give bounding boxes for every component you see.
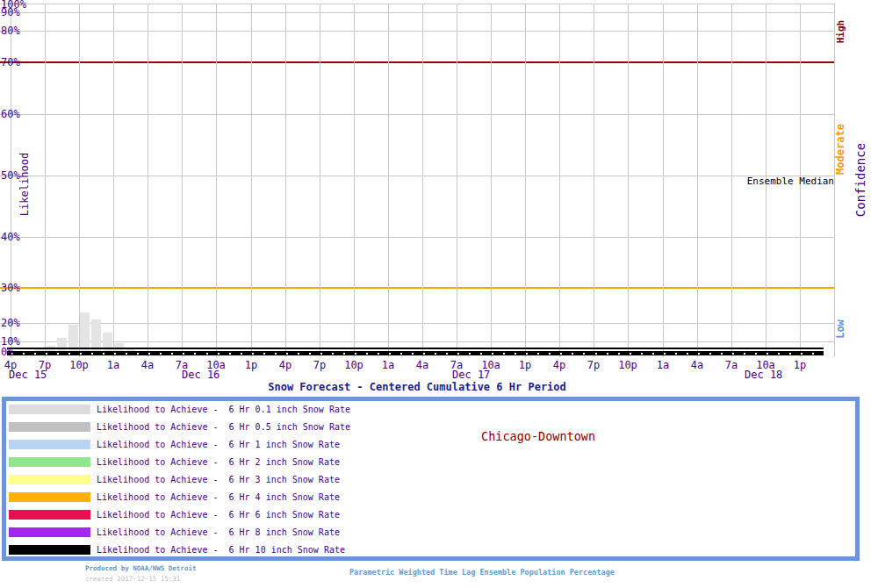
legend-label: Likelihood to Achieve - 6 Hr 8 inch Snow… [97, 527, 340, 538]
legend-label: Likelihood to Achieve - 6 Hr 2 inch Snow… [97, 456, 340, 468]
gridline-vertical [216, 4, 217, 357]
x-tick-label: 1a [657, 360, 669, 371]
x-tick-label: 7p [587, 360, 600, 371]
y-tick-label: 90% [1, 7, 20, 18]
date-label: Dec 17 [452, 369, 490, 381]
legend-item: Likelihood to Achieve - 6 Hr 0.1 inch Sn… [6, 404, 533, 421]
legend-label: Likelihood to Achieve - 6 Hr 1 inch Snow… [97, 439, 340, 450]
gridline-horizontal [0, 341, 834, 342]
x-axis-ticks [7, 353, 824, 355]
forecast-plot: 100%90%80%70%60%50%40%30%20%10%0%4p7p10p… [0, 0, 878, 379]
legend-swatch [9, 510, 90, 520]
gridline-vertical [388, 4, 389, 357]
y-tick-label: 80% [1, 25, 20, 36]
date-label: Dec 18 [745, 369, 782, 381]
x-tick-label: 10p [618, 360, 637, 371]
x-tick-label: 4a [141, 360, 154, 371]
footer-method-label: Parametric Weighted Time Lag Ensemble Po… [349, 568, 615, 577]
gridline-vertical [697, 4, 698, 357]
gridline-horizontal [0, 176, 834, 176]
confidence-band-label: Moderate [834, 124, 846, 175]
legend-swatch [9, 440, 90, 449]
y-tick-label: 60% [1, 109, 20, 119]
legend-item: Likelihood to Achieve - 6 Hr 2 inch Snow… [6, 456, 533, 474]
gridline-vertical [148, 4, 148, 357]
x-tick-label: 1a [382, 360, 394, 371]
y-tick-label: 0% [1, 347, 13, 357]
gridline-vertical [594, 4, 594, 357]
snow-forecast-page: 100%90%80%70%60%50%40%30%20%10%0%4p7p10p… [0, 0, 878, 588]
x-tick-label: 4a [691, 360, 703, 371]
legend-item: Likelihood to Achieve - 6 Hr 8 inch Snow… [6, 527, 533, 544]
legend-item: Likelihood to Achieve - 6 Hr 0.5 inch Sn… [6, 421, 533, 439]
ensemble-median-line [7, 348, 824, 349]
legend-label: Likelihood to Achieve - 6 Hr 4 inch Snow… [97, 491, 340, 503]
gridline-vertical [663, 4, 664, 357]
y-tick-label: 50% [1, 170, 20, 181]
legend-label: Likelihood to Achieve - 6 Hr 10 inch Sno… [97, 544, 345, 556]
gridline-vertical [79, 4, 80, 357]
gridline-horizontal [0, 323, 834, 324]
legend-swatch [9, 545, 90, 555]
gridline-vertical [731, 4, 732, 357]
legend-swatch [9, 422, 90, 432]
x-tick-label: 1p [519, 360, 531, 371]
legend-label: Likelihood to Achieve - 6 Hr 3 inch Snow… [97, 474, 340, 485]
x-tick-label: 10p [344, 360, 363, 371]
gridline-vertical [354, 4, 355, 357]
gridline-horizontal [0, 31, 834, 32]
gridline-vertical [491, 4, 492, 357]
gridline-vertical [525, 4, 526, 357]
legend-item: Likelihood to Achieve - 6 Hr 10 inch Sno… [6, 544, 533, 562]
bar [91, 319, 101, 351]
gridline-horizontal [0, 4, 834, 4]
x-tick-label: 7p [313, 360, 326, 371]
x-tick-label: 7a [725, 360, 738, 371]
legend-item: Likelihood to Achieve - 6 Hr 6 inch Snow… [6, 509, 533, 527]
date-label: Dec 16 [182, 369, 220, 381]
y-tick-label: 70% [1, 57, 20, 68]
legend-swatch [9, 527, 90, 537]
date-label: Dec 15 [9, 369, 47, 381]
footer-created-timestamp: created 2017-12-15 15:31 [85, 575, 180, 584]
reference-line [0, 287, 834, 289]
gridline-vertical [834, 4, 835, 357]
y-tick-label: 40% [1, 232, 20, 242]
x-tick-label: 1p [794, 360, 806, 371]
footer-produced-by: Produced by NOAA/NWS Detroit [85, 564, 196, 573]
gridline-vertical [113, 4, 114, 357]
y-tick-label: 30% [1, 283, 20, 293]
y-axis-label: Likelihood [18, 153, 31, 216]
legend-label: Likelihood to Achieve - 6 Hr 0.1 inch Sn… [97, 404, 350, 415]
right-axis-label: Confidence [853, 143, 867, 217]
legend-swatch [9, 457, 90, 467]
ensemble-median-annotation: Ensemble Median [746, 176, 834, 187]
gridline-vertical [422, 4, 423, 357]
gridline-vertical [45, 4, 46, 357]
gridline-vertical [285, 4, 286, 357]
legend-swatch [9, 405, 90, 414]
gridline-vertical [182, 4, 183, 357]
x-tick-label: 1p [245, 360, 257, 371]
gridline-vertical [457, 4, 457, 357]
x-tick-label: 4p [279, 360, 291, 371]
confidence-band-label: Low [834, 319, 846, 339]
gridline-vertical [320, 4, 320, 357]
gridline-vertical [559, 4, 560, 357]
legend-box: Chicago-Downtown Likelihood to Achieve -… [2, 397, 860, 561]
gridline-horizontal [0, 12, 834, 13]
legend-item: Likelihood to Achieve - 6 Hr 3 inch Snow… [6, 474, 533, 491]
legend-label: Likelihood to Achieve - 6 Hr 0.5 inch Sn… [97, 421, 350, 433]
legend-label: Likelihood to Achieve - 6 Hr 6 inch Snow… [97, 509, 340, 520]
legend-swatch [9, 475, 90, 484]
x-tick-label: 4a [416, 360, 428, 371]
x-tick-label: 10p [69, 360, 89, 371]
legend-item: Likelihood to Achieve - 6 Hr 1 inch Snow… [6, 439, 533, 456]
gridline-vertical [251, 4, 252, 357]
legend-item: Likelihood to Achieve - 6 Hr 4 inch Snow… [6, 491, 533, 509]
reference-line [0, 61, 834, 63]
bar [80, 312, 90, 351]
legend-swatch [9, 492, 90, 502]
chart-title: Snow Forecast - Centered Cumulative 6 Hr… [0, 381, 834, 393]
confidence-band-label: High [835, 20, 846, 44]
